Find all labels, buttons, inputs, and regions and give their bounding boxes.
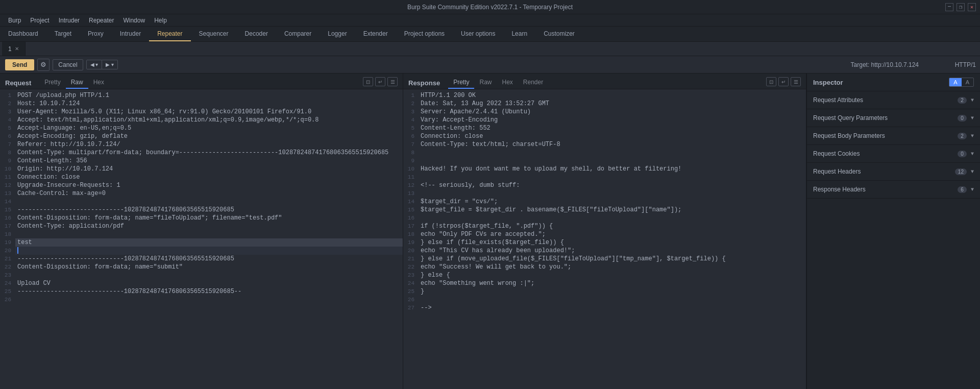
restore-button[interactable]: ❐ xyxy=(957,3,965,11)
tab-repeater[interactable]: Repeater xyxy=(149,27,190,41)
tab-customizer[interactable]: Customizer xyxy=(535,27,583,41)
table-row: 23 xyxy=(0,271,403,279)
table-row: 22echo "Success! We will get back to you… xyxy=(403,263,806,271)
menu-repeater[interactable]: Repeater xyxy=(85,16,118,25)
table-row: 5Accept-Language: en-US,en;q=0.5 xyxy=(0,124,403,132)
tab-decoder[interactable]: Decoder xyxy=(237,27,276,41)
cancel-button[interactable]: Cancel xyxy=(53,59,83,70)
table-row: 17if (!strpos($target_file, ".pdf")) { xyxy=(403,222,806,230)
tab-proxy[interactable]: Proxy xyxy=(80,27,112,41)
tab-learn[interactable]: Learn xyxy=(503,27,535,41)
tab-intruder[interactable]: Intruder xyxy=(112,27,149,41)
tab-comparer[interactable]: Comparer xyxy=(276,27,320,41)
minimize-button[interactable]: ─ xyxy=(945,3,953,11)
toggle-b[interactable]: A xyxy=(962,78,973,86)
line-number: 11 xyxy=(0,173,15,181)
table-row: 15$target_file = $target_dir . basename(… xyxy=(403,206,806,214)
request-wrap-btn[interactable]: ⊡ xyxy=(363,77,373,86)
line-number: 18 xyxy=(403,230,419,238)
line-content: Host: 10.10.7.124 xyxy=(15,100,403,108)
tab-logger[interactable]: Logger xyxy=(320,27,355,41)
response-tab-raw[interactable]: Raw xyxy=(474,77,497,89)
inspector-panel: Inspector A A Request Attributes2▼Reques… xyxy=(806,74,980,389)
request-controls: ⊡ ↵ ☰ xyxy=(363,77,398,88)
tab-sequencer[interactable]: Sequencer xyxy=(191,27,237,41)
inspector-section-request-headers[interactable]: Request Headers12▼ xyxy=(807,163,980,181)
tab-user-options[interactable]: User options xyxy=(453,27,503,41)
title-bar: Burp Suite Community Edition v2022.7.1 -… xyxy=(0,0,980,14)
line-content: $target_file = $target_dir . basename($_… xyxy=(419,206,806,214)
line-content: Accept-Language: en-US,en;q=0.5 xyxy=(15,124,403,132)
response-menu-btn[interactable]: ☰ xyxy=(791,77,801,86)
line-number: 13 xyxy=(403,189,419,198)
request-tab-raw[interactable]: Raw xyxy=(66,77,88,89)
inspector-section-request-query-parameters[interactable]: Request Query Parameters0▼ xyxy=(807,109,980,127)
tab-extender[interactable]: Extender xyxy=(355,27,396,41)
inspector-section-header[interactable]: Request Headers12▼ xyxy=(807,163,980,180)
tab-target[interactable]: Target xyxy=(46,27,80,41)
table-row: 12Upgrade-Insecure-Requests: 1 xyxy=(0,181,403,189)
line-content: } else { xyxy=(419,271,806,279)
gear-button[interactable]: ⚙ xyxy=(37,59,50,71)
repeater-tab-close[interactable]: ✕ xyxy=(15,46,19,52)
line-content: Content-Type: text/html; charset=UTF-8 xyxy=(419,140,806,149)
inspector-section-response-headers[interactable]: Response Headers6▼ xyxy=(807,181,980,199)
request-header: Request Pretty Raw Hex ⊡ ↵ ☰ xyxy=(0,74,403,89)
send-button[interactable]: Send xyxy=(5,59,34,70)
line-content: echo "Something went wrong :|"; xyxy=(419,279,806,287)
line-content xyxy=(419,214,806,222)
response-ln-btn[interactable]: ↵ xyxy=(778,77,789,86)
menu-help[interactable]: Help xyxy=(150,16,171,25)
inspector-section-request-cookies[interactable]: Request Cookies0▼ xyxy=(807,145,980,163)
inspector-section-request-attributes[interactable]: Request Attributes2▼ xyxy=(807,91,980,109)
table-row: 3User-Agent: Mozilla/5.0 (X11; Linux x86… xyxy=(0,108,403,116)
line-content xyxy=(15,247,403,255)
inspector-section-header[interactable]: Request Attributes2▼ xyxy=(807,91,980,109)
response-tab-pretty[interactable]: Pretty xyxy=(448,77,474,89)
inspector-section-header[interactable]: Request Query Parameters0▼ xyxy=(807,109,980,127)
line-content: echo "Success! We will get back to you."… xyxy=(419,263,806,271)
table-row: 18echo "Only PDF CVs are accepted."; xyxy=(403,230,806,238)
tab-dashboard[interactable]: Dashboard xyxy=(0,27,46,41)
table-row: 7Content-Type: text/html; charset=UTF-8 xyxy=(403,140,806,149)
section-count-badge: 6 xyxy=(958,186,967,193)
line-content: -----------------------------10287824874… xyxy=(15,206,403,214)
close-button[interactable]: ✕ xyxy=(968,3,976,11)
menu-intruder[interactable]: Intruder xyxy=(55,16,84,25)
inspector-section-request-body-parameters[interactable]: Request Body Parameters2▼ xyxy=(807,127,980,145)
inspector-toggle: A A xyxy=(949,78,974,87)
menu-project[interactable]: Project xyxy=(26,16,53,25)
table-row: 6Accept-Encoding: gzip, deflate xyxy=(0,132,403,140)
line-content: echo "This CV has already been uploaded!… xyxy=(419,247,806,255)
menu-burp[interactable]: Burp xyxy=(4,16,25,25)
toggle-a[interactable]: A xyxy=(949,78,961,86)
inspector-section-header[interactable]: Request Body Parameters2▼ xyxy=(807,127,980,144)
line-content: Upgrade-Insecure-Requests: 1 xyxy=(15,181,403,189)
response-wrap-btn[interactable]: ⊡ xyxy=(766,77,776,86)
response-tab-render[interactable]: Render xyxy=(518,77,548,89)
request-tab-pretty[interactable]: Pretty xyxy=(39,77,65,89)
line-number: 12 xyxy=(403,181,419,189)
line-content: Upload CV xyxy=(15,279,403,287)
inspector-section-label: Request Query Parameters xyxy=(813,114,888,121)
line-content: -----------------------------10287824874… xyxy=(15,255,403,263)
request-tab-hex[interactable]: Hex xyxy=(88,77,109,89)
request-ln-btn[interactable]: ↵ xyxy=(375,77,385,86)
table-row: 12<!-- seriously, dumb stuff: xyxy=(403,181,806,189)
back-button[interactable]: ◀ ▾ xyxy=(86,60,103,69)
request-code-area[interactable]: 1POST /upload.php HTTP/1.12Host: 10.10.7… xyxy=(0,89,403,389)
inspector-section-right: 0▼ xyxy=(958,151,974,157)
response-tabs: Pretty Raw Hex Render xyxy=(448,77,548,89)
line-content xyxy=(15,230,403,238)
inspector-section-header[interactable]: Response Headers6▼ xyxy=(807,181,980,198)
request-menu-btn[interactable]: ☰ xyxy=(387,77,398,86)
forward-button[interactable]: ▶ ▾ xyxy=(102,60,118,69)
menu-window[interactable]: Window xyxy=(119,16,149,25)
response-tab-hex[interactable]: Hex xyxy=(497,77,518,89)
tab-project-options[interactable]: Project options xyxy=(396,27,453,41)
line-content xyxy=(15,198,403,206)
response-code-area[interactable]: 1HTTP/1.1 200 OK2Date: Sat, 13 Aug 2022 … xyxy=(403,89,806,389)
inspector-section-header[interactable]: Request Cookies0▼ xyxy=(807,145,980,162)
table-row: 13 xyxy=(403,189,806,198)
repeater-tab-1[interactable]: 1 ✕ xyxy=(2,42,26,56)
